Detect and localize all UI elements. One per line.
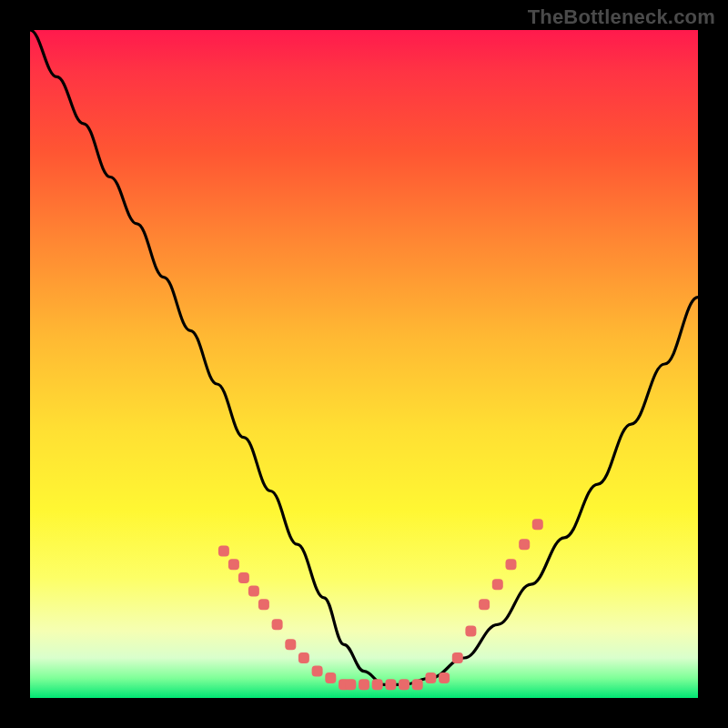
plot-area bbox=[30, 30, 698, 698]
curve-layer bbox=[30, 30, 698, 698]
chart-frame: TheBottleneck.com bbox=[0, 0, 728, 728]
highlight-dot bbox=[272, 619, 283, 630]
highlight-dot bbox=[298, 652, 309, 663]
highlight-dot bbox=[228, 559, 239, 570]
highlight-dot bbox=[439, 672, 450, 683]
watermark-label: TheBottleneck.com bbox=[528, 5, 715, 29]
highlight-dot bbox=[345, 679, 356, 690]
highlight-dot bbox=[385, 679, 396, 690]
highlight-dot bbox=[218, 546, 229, 557]
highlight-dot bbox=[532, 519, 543, 530]
highlight-dot bbox=[258, 599, 269, 610]
highlight-dot bbox=[359, 679, 369, 690]
highlight-dot bbox=[248, 586, 259, 597]
highlight-dot bbox=[519, 539, 530, 550]
bottleneck-curve bbox=[30, 30, 698, 684]
highlight-dot bbox=[412, 679, 423, 690]
highlight-dot bbox=[399, 679, 410, 690]
highlight-dot bbox=[425, 672, 436, 683]
highlight-dot bbox=[492, 579, 503, 590]
highlight-dot bbox=[325, 672, 336, 683]
highlight-dot bbox=[452, 652, 463, 663]
highlight-dot bbox=[285, 639, 296, 650]
highlight-dot bbox=[506, 559, 517, 570]
highlight-dot bbox=[372, 679, 383, 690]
highlight-dot bbox=[479, 599, 490, 610]
highlight-dot bbox=[238, 572, 249, 583]
highlight-dot bbox=[312, 666, 323, 677]
highlight-dot bbox=[465, 626, 476, 637]
highlight-dots bbox=[218, 519, 543, 690]
